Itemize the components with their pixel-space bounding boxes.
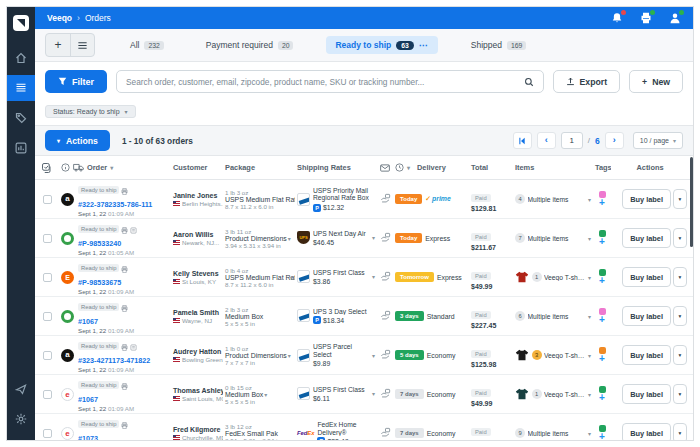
veeqo-logo[interactable]	[13, 15, 29, 31]
sidebar-item-products[interactable]	[7, 105, 35, 131]
order-link[interactable]: #P-98533675	[78, 278, 134, 287]
tab-payment-required[interactable]: Payment required20	[197, 36, 303, 54]
buy-label-more-button[interactable]: ▾	[673, 228, 687, 248]
sidebar-item-promote[interactable]	[7, 376, 35, 402]
items-chevron-icon[interactable]: ▾	[588, 352, 591, 359]
select-all-icon[interactable]	[41, 162, 53, 174]
account-button[interactable]	[669, 12, 681, 24]
items-chevron-icon[interactable]: ▾	[588, 313, 591, 320]
status-filter-chip[interactable]: Status: Ready to ship ▾	[45, 105, 136, 118]
rate-chevron-icon[interactable]: ▾	[372, 273, 375, 280]
buy-label-button[interactable]: Buy label	[622, 384, 671, 404]
rate-chevron-icon[interactable]: ▾	[372, 352, 375, 359]
first-page-button[interactable]	[513, 132, 532, 149]
new-order-button[interactable]: + New	[629, 70, 683, 93]
row-checkbox[interactable]	[43, 234, 52, 243]
order-link[interactable]: #1067	[78, 317, 134, 326]
header-order[interactable]: Order	[87, 163, 107, 172]
table-row[interactable]: Ready to ship #P-98533240 Sept 1, 22 01:…	[35, 219, 693, 258]
order-link[interactable]: #323-4271173-471822	[78, 356, 150, 365]
tab-ready-to-ship[interactable]: Ready to ship63⋯	[326, 36, 437, 54]
sidebar-item-settings[interactable]	[7, 406, 35, 432]
buy-label-more-button[interactable]: ▾	[673, 384, 687, 404]
table-row[interactable]: Ready to ship #1073 Sept 1, 22 01:09 AM …	[35, 414, 693, 440]
truck-icon[interactable]	[73, 163, 84, 172]
tab-shipped[interactable]: Shipped169	[462, 36, 536, 54]
clock-icon[interactable]	[395, 163, 404, 172]
tab-all[interactable]: All232	[121, 36, 173, 54]
order-link[interactable]: #P-98533240	[78, 239, 137, 248]
add-tag-button[interactable]: +	[599, 199, 605, 207]
add-tag-button[interactable]: +	[599, 238, 605, 246]
buy-label-button[interactable]: Buy label	[622, 345, 671, 365]
list-view-button[interactable]	[70, 34, 94, 56]
rate-chevron-icon[interactable]: ▾	[372, 390, 375, 397]
items-chevron-icon[interactable]: ▾	[588, 235, 591, 242]
add-order-button[interactable]: +	[46, 34, 70, 56]
add-tag-button[interactable]: +	[599, 355, 605, 363]
add-tag-button[interactable]: +	[599, 433, 605, 440]
row-checkbox[interactable]	[43, 195, 52, 204]
handover-icon	[380, 229, 391, 247]
sidebar-item-home[interactable]	[7, 45, 35, 71]
items-chevron-icon[interactable]: ▾	[588, 274, 591, 281]
buy-label-more-button[interactable]: ▾	[673, 267, 687, 287]
filter-button[interactable]: Filter	[45, 70, 107, 93]
buy-label-button[interactable]: Buy label	[622, 189, 671, 209]
package-chevron-icon[interactable]: ▾	[264, 391, 267, 398]
buy-label-button[interactable]: Buy label	[622, 423, 671, 440]
print-queue-button[interactable]	[640, 12, 652, 24]
package-chevron-icon[interactable]: ▾	[288, 352, 291, 359]
info-icon[interactable]	[61, 163, 70, 172]
table-row[interactable]: Ready to ship #322-3782335-786-111 Sept …	[35, 180, 693, 219]
buy-label-button[interactable]: Buy label	[622, 228, 671, 248]
row-checkbox[interactable]	[43, 351, 52, 360]
page-number-input[interactable]	[561, 132, 583, 149]
channel-icon	[61, 427, 74, 440]
add-tag-button[interactable]: +	[599, 394, 605, 402]
add-tag-button[interactable]: +	[599, 316, 605, 324]
sort-caret-icon[interactable]: ▾	[407, 164, 410, 171]
buy-label-more-button[interactable]: ▾	[673, 306, 687, 326]
search-input[interactable]	[126, 77, 518, 87]
buy-label-more-button[interactable]: ▾	[673, 423, 687, 440]
table-row[interactable]: Ready to ship #323-4271173-471822 Sept 1…	[35, 336, 693, 375]
order-link[interactable]: #1067	[78, 395, 134, 404]
last-page-link[interactable]: 6	[595, 136, 600, 146]
buy-label-more-button[interactable]: ▾	[673, 345, 687, 365]
table-row[interactable]: Ready to ship #P-98533675 Sept 1, 22 01:…	[35, 258, 693, 297]
next-page-button[interactable]: ›	[605, 132, 624, 149]
rate-price: $12.32	[313, 204, 369, 212]
per-page-select[interactable]: 10 / page ▾	[633, 132, 683, 149]
row-checkbox[interactable]	[43, 312, 52, 321]
order-link[interactable]: #322-3782335-786-111	[78, 200, 152, 209]
rate-chevron-icon[interactable]: ▾	[372, 234, 375, 241]
envelope-icon[interactable]	[380, 164, 390, 172]
table-row[interactable]: Ready to ship #1067 Sept 1, 22 01:09 AM …	[35, 297, 693, 336]
notifications-button[interactable]	[611, 12, 623, 24]
scrollbar-thumb[interactable]	[690, 157, 693, 247]
row-checkbox[interactable]	[43, 390, 52, 399]
table-row[interactable]: Ready to ship #1067 Sept 1, 22 01:09 AM …	[35, 375, 693, 414]
package-chevron-icon[interactable]: ▾	[288, 235, 291, 242]
actions-button[interactable]: ▾ Actions	[45, 130, 110, 151]
order-link[interactable]: #1073	[78, 434, 134, 440]
items-chevron-icon[interactable]: ▾	[588, 430, 591, 437]
sidebar-item-orders[interactable]	[7, 75, 35, 101]
row-checkbox[interactable]	[43, 429, 52, 438]
sidebar-item-analytics[interactable]	[7, 135, 35, 161]
buy-label-button[interactable]: Buy label	[622, 267, 671, 287]
export-button[interactable]: Export	[553, 70, 621, 93]
row-checkbox[interactable]	[43, 273, 52, 282]
brand-name[interactable]: Veeqo	[47, 13, 72, 23]
items-chevron-icon[interactable]: ▾	[588, 391, 591, 398]
tab-overflow-menu[interactable]: ⋯	[419, 40, 429, 50]
sort-caret-icon[interactable]: ▾	[110, 164, 113, 171]
items-chevron-icon[interactable]: ▾	[588, 196, 591, 203]
prev-page-button[interactable]: ‹	[537, 132, 556, 149]
buy-label-button[interactable]: Buy label	[622, 306, 671, 326]
search-icon[interactable]	[524, 77, 534, 87]
add-tag-button[interactable]: +	[599, 277, 605, 285]
buy-label-more-button[interactable]: ▾	[673, 189, 687, 209]
package-chevron-icon[interactable]: ▾	[290, 274, 293, 281]
